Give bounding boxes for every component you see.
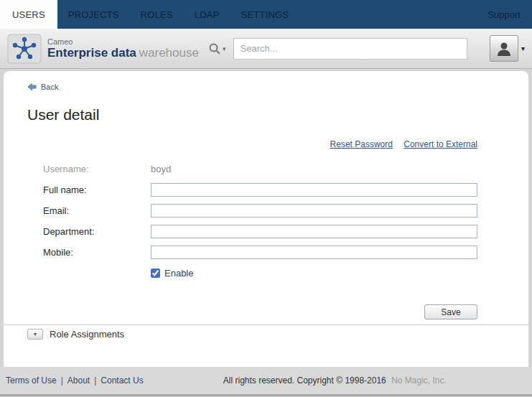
brand-warehouse: warehouse [139, 46, 199, 60]
tab-projects[interactable]: PROJECTS [57, 0, 130, 29]
brand-enterprise-data: Enterprise data [47, 46, 136, 60]
username-row: Username: boyd [43, 162, 528, 176]
contact-us-link[interactable]: Contact Us [101, 375, 143, 386]
full-name-row: Full name: [43, 183, 528, 197]
back-row: Back [27, 82, 528, 92]
mobile-label: Mobile: [43, 247, 151, 258]
username-value: boyd [151, 164, 171, 174]
save-row: Save [43, 304, 477, 319]
role-assignments-label: Role Assignments [50, 329, 124, 340]
section-divider [4, 324, 528, 325]
user-menu: ▾ [490, 35, 525, 62]
support-link[interactable]: Support [476, 0, 532, 29]
brand-text: Cameo Enterprise datawarehouse [47, 37, 204, 60]
mobile-row: Mobile: [43, 246, 528, 259]
user-menu-dropdown-icon[interactable]: ▾ [521, 45, 525, 52]
tab-settings[interactable]: SETTINGS [230, 0, 300, 29]
footer-separator: | [94, 375, 96, 386]
company-name: No Magic, Inc. [391, 375, 447, 386]
rights-text: All rights reserved. Copyright © 1998-20… [223, 375, 386, 386]
user-avatar-icon [495, 40, 513, 57]
search-scope-button[interactable]: ▾ [208, 42, 226, 55]
brand-cameo: Cameo [47, 37, 204, 46]
application-window: USERS PROJECTS ROLES LDAP SETTINGS Suppo… [0, 0, 532, 397]
mobile-field[interactable] [151, 246, 477, 259]
email-label: Email: [43, 205, 151, 216]
full-name-label: Full name: [43, 185, 151, 195]
back-arrow-icon[interactable] [27, 83, 37, 91]
terms-of-use-link[interactable]: Terms of Use [6, 375, 57, 386]
back-link[interactable]: Back [41, 83, 58, 91]
search-dropdown-icon: ▾ [223, 45, 226, 52]
role-assignments-section: ▼ Role Assignments [27, 329, 528, 340]
footer-links: Terms of Use | About | Contact Us [6, 375, 144, 386]
page-title: User detail [27, 106, 528, 123]
avatar-button[interactable] [490, 35, 518, 62]
footer-separator: | [61, 375, 63, 386]
email-row: Email: [43, 204, 528, 218]
username-label: Username: [43, 164, 151, 174]
convert-to-external-link[interactable]: Convert to External [403, 139, 477, 149]
user-detail-panel: Back User detail Reset Password Convert … [4, 71, 528, 367]
enable-checkbox[interactable] [151, 268, 160, 278]
header-bar: Cameo Enterprise datawarehouse ▾ ▾ [0, 29, 532, 69]
save-button[interactable]: Save [424, 304, 477, 319]
reset-password-link[interactable]: Reset Password [330, 139, 393, 149]
top-navigation: USERS PROJECTS ROLES LDAP SETTINGS Suppo… [0, 0, 532, 29]
search-icon [208, 42, 221, 55]
chevron-down-icon: ▼ [33, 332, 38, 337]
copyright-text: All rights reserved. Copyright © 1998-20… [144, 375, 526, 386]
tab-roles[interactable]: ROLES [130, 0, 184, 29]
department-row: Department: [43, 225, 528, 238]
search-input[interactable] [233, 38, 467, 60]
footer-bar: Terms of Use | About | Contact Us All ri… [0, 367, 532, 396]
role-assignments-expander-button[interactable]: ▼ [27, 329, 43, 340]
tab-ldap[interactable]: LDAP [184, 0, 230, 29]
action-links: Reset Password Convert to External [4, 139, 477, 149]
enable-label: Enable [164, 268, 193, 279]
cameo-logo-icon [7, 34, 42, 64]
department-label: Department: [43, 226, 151, 237]
enable-row: Enable [151, 268, 528, 279]
department-field[interactable] [151, 225, 477, 238]
email-field[interactable] [151, 204, 477, 218]
tab-users[interactable]: USERS [0, 0, 57, 29]
user-detail-form: Username: boyd Full name: Email: Departm… [4, 162, 528, 319]
full-name-field[interactable] [151, 183, 477, 197]
about-link[interactable]: About [67, 375, 90, 386]
